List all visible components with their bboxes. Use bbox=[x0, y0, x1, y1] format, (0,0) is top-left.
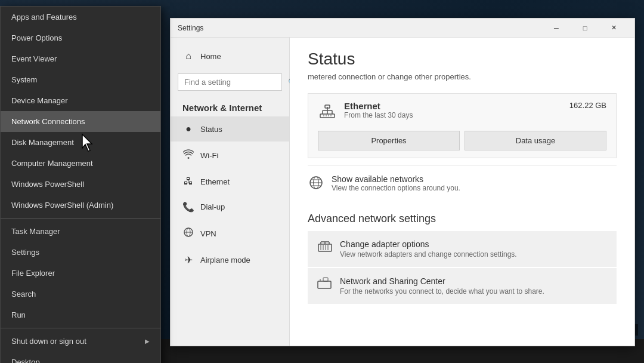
sidebar-section-title: Network & Internet bbox=[171, 96, 289, 116]
content-subtitle: metered connection or change other prope… bbox=[308, 72, 617, 81]
submenu-arrow-icon: ▶ bbox=[145, 338, 150, 344]
sidebar-item-status[interactable]: ● Status bbox=[171, 116, 289, 141]
svg-rect-28 bbox=[318, 281, 331, 288]
sidebar-item-ethernet[interactable]: 🖧 Ethernet bbox=[171, 169, 289, 194]
find-setting-input[interactable] bbox=[184, 78, 284, 87]
network-sharing-title: Network and Sharing Center bbox=[340, 276, 544, 286]
sidebar-item-wifi[interactable]: Wi-Fi bbox=[171, 141, 289, 169]
show-available-title: Show available networks bbox=[332, 174, 460, 184]
sidebar-home-label: Home bbox=[200, 52, 221, 61]
menu-item-settings[interactable]: Settings bbox=[1, 242, 160, 263]
sidebar-item-airplane[interactable]: ✈ Airplane mode bbox=[171, 247, 289, 273]
menu-item-network-connections[interactable]: Network Connections bbox=[1, 111, 160, 132]
menu-separator-1 bbox=[1, 218, 160, 219]
menu-item-apps-features[interactable]: Apps and Features bbox=[1, 7, 160, 27]
change-adapter-options[interactable]: Change adapter options View network adap… bbox=[308, 231, 617, 267]
menu-item-run[interactable]: Run bbox=[1, 304, 160, 325]
context-menu: Apps and Features Power Options Event Vi… bbox=[0, 6, 161, 363]
properties-button[interactable]: Properties bbox=[318, 131, 460, 150]
ethernet-buttons: Properties Data usage bbox=[318, 131, 606, 150]
window-title: Settings bbox=[178, 24, 543, 32]
menu-item-task-manager[interactable]: Task Manager bbox=[1, 221, 160, 242]
ethernet-nav-icon: 🖧 bbox=[182, 176, 194, 187]
show-available-networks[interactable]: Show available networks View the connect… bbox=[308, 165, 617, 203]
title-bar: Settings ─ □ ✕ bbox=[171, 19, 634, 38]
sidebar-ethernet-label: Ethernet bbox=[200, 177, 230, 186]
settings-window: Settings ─ □ ✕ ⌂ Home 🔍 Network & Intern… bbox=[170, 18, 635, 346]
change-adapter-title: Change adapter options bbox=[340, 239, 517, 249]
wifi-icon bbox=[182, 149, 194, 162]
vpn-icon bbox=[182, 227, 194, 240]
menu-item-disk-management[interactable]: Disk Management bbox=[1, 132, 160, 153]
menu-item-power-options[interactable]: Power Options bbox=[1, 27, 160, 48]
find-setting-container: 🔍 bbox=[178, 73, 282, 91]
menu-item-shut-down[interactable]: Shut down or sign out ▶ bbox=[1, 331, 160, 352]
maximize-button[interactable]: □ bbox=[571, 19, 599, 37]
close-button[interactable]: ✕ bbox=[600, 19, 627, 37]
svg-rect-19 bbox=[318, 244, 332, 251]
ethernet-text-block: Ethernet From the last 30 days bbox=[344, 101, 413, 119]
menu-item-search[interactable]: Search bbox=[1, 284, 160, 304]
settings-sidebar: ⌂ Home 🔍 Network & Internet ● Status bbox=[171, 38, 290, 346]
svg-rect-9 bbox=[325, 105, 330, 108]
dialup-icon: 📞 bbox=[182, 201, 194, 213]
ethernet-icon bbox=[318, 102, 337, 125]
sidebar-dialup-label: Dial-up bbox=[200, 202, 225, 211]
airplane-icon: ✈ bbox=[182, 254, 194, 266]
sidebar-item-vpn[interactable]: VPN bbox=[171, 220, 289, 247]
data-usage-button[interactable]: Data usage bbox=[465, 131, 606, 150]
adapter-icon bbox=[317, 239, 333, 258]
change-adapter-subtitle: View network adapters and change connect… bbox=[340, 250, 517, 259]
status-icon: ● bbox=[182, 124, 194, 134]
settings-main-content: Status metered connection or change othe… bbox=[290, 38, 634, 346]
window-controls: ─ □ ✕ bbox=[543, 19, 627, 37]
menu-item-system[interactable]: System bbox=[1, 69, 160, 90]
menu-item-windows-powershell-admin[interactable]: Windows PowerShell (Admin) bbox=[1, 195, 160, 216]
sidebar-wifi-label: Wi-Fi bbox=[200, 151, 218, 160]
sidebar-item-home[interactable]: ⌂ Home bbox=[171, 44, 289, 69]
network-sharing-center[interactable]: Network and Sharing Center For the netwo… bbox=[308, 268, 617, 304]
sharing-icon bbox=[317, 276, 333, 295]
menu-separator-2 bbox=[1, 328, 160, 328]
settings-body: ⌂ Home 🔍 Network & Internet ● Status bbox=[171, 38, 634, 346]
menu-item-windows-powershell[interactable]: Windows PowerShell bbox=[1, 174, 160, 195]
ethernet-info: Ethernet From the last 30 days bbox=[318, 101, 413, 125]
menu-item-desktop[interactable]: Desktop bbox=[1, 352, 160, 363]
ethernet-card: Ethernet From the last 30 days 162.22 GB… bbox=[308, 93, 617, 158]
sidebar-airplane-label: Airplane mode bbox=[200, 256, 250, 264]
change-adapter-text: Change adapter options View network adap… bbox=[340, 239, 517, 259]
menu-item-event-viewer[interactable]: Event Viewer bbox=[1, 48, 160, 69]
svg-rect-29 bbox=[323, 278, 328, 281]
home-icon: ⌂ bbox=[182, 51, 194, 61]
network-sharing-text: Network and Sharing Center For the netwo… bbox=[340, 276, 544, 296]
minimize-button[interactable]: ─ bbox=[543, 19, 570, 37]
ethernet-sub: From the last 30 days bbox=[344, 111, 413, 119]
globe-icon bbox=[308, 174, 324, 195]
menu-item-file-explorer[interactable]: File Explorer bbox=[1, 263, 160, 284]
sidebar-vpn-label: VPN bbox=[200, 229, 216, 238]
svg-rect-3 bbox=[320, 114, 335, 118]
menu-item-computer-management[interactable]: Computer Management bbox=[1, 153, 160, 174]
sidebar-status-label: Status bbox=[200, 125, 222, 134]
advanced-section-title: Advanced network settings bbox=[308, 213, 617, 225]
sidebar-item-dialup[interactable]: 📞 Dial-up bbox=[171, 194, 289, 220]
show-available-subtitle: View the connection options around you. bbox=[332, 184, 460, 192]
network-sharing-subtitle: For the networks you connect to, decide … bbox=[340, 287, 544, 296]
page-title: Status bbox=[308, 50, 617, 69]
show-available-text: Show available networks View the connect… bbox=[332, 174, 460, 192]
ethernet-name: Ethernet bbox=[344, 101, 413, 111]
ethernet-data-size: 162.22 GB bbox=[569, 101, 606, 110]
menu-item-device-manager[interactable]: Device Manager bbox=[1, 90, 160, 111]
ethernet-header: Ethernet From the last 30 days 162.22 GB bbox=[318, 101, 606, 125]
